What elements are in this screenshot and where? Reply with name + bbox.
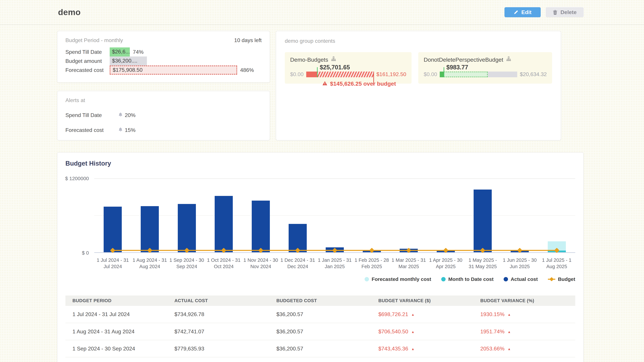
actual-cost-bar <box>141 206 159 252</box>
table-cell: 1 Jul 2024 - 31 Jul 2024 <box>66 306 167 323</box>
legend-item: Actual cost <box>504 276 538 282</box>
x-axis-label: 1 Aug 2024 - 31 Aug 2024 <box>131 257 168 270</box>
bar-max-label: $20,634.32 <box>517 71 547 77</box>
budget-marker-value: $983.77 <box>446 64 468 71</box>
table-cell: 1930.15%▲ <box>473 306 575 323</box>
budget-tile-demo-budgets[interactable]: Demo-Budgets $0.00 <box>285 52 412 84</box>
y-axis-max-label: $ 1200000 <box>65 176 89 181</box>
legend-label: Forecasted monthly cost <box>372 276 431 282</box>
spent-segment <box>440 71 444 77</box>
x-axis-label: 1 Jul 2024 - 31 Jul 2024 <box>94 257 131 270</box>
trash-icon <box>553 10 558 15</box>
table-row: 1 Jul 2024 - 31 Jul 2024$734,926.78$36,2… <box>66 306 575 323</box>
chart-bar-slot <box>316 178 353 252</box>
table-row <box>66 357 575 362</box>
y-axis: $ 1200000 $ 0 <box>66 178 89 253</box>
chart-legend: Forecasted monthly costMonth to Date cos… <box>94 276 575 282</box>
chart-bar-slot <box>168 178 205 252</box>
variance-up-icon: ▲ <box>508 330 511 334</box>
page-header: demo Edit Delete <box>0 0 644 25</box>
table-column-header: BUDGET VARIANCE (%) <box>473 296 575 306</box>
legend-line-diamond-icon <box>548 279 555 280</box>
table-cell: $36,200.57 <box>269 323 371 340</box>
table-cell: $36,200.57 <box>269 306 371 323</box>
actual-cost-bar <box>252 201 270 252</box>
over-budget-segment <box>317 71 374 77</box>
variance-up-icon: ▲ <box>411 313 414 317</box>
budget-history-title: Budget History <box>66 160 575 167</box>
legend-dot-icon <box>364 277 369 281</box>
table-cell: $36,200.57 <box>269 340 371 357</box>
forecast-percent: 486% <box>240 67 254 73</box>
legend-item: Month to Date cost <box>441 276 494 282</box>
table-cell <box>371 357 473 362</box>
main-content: Budget Period - monthly 10 days left Spe… <box>57 31 584 362</box>
x-axis-label: 1 Jul 2025 - 1 Aug 2025 <box>538 257 575 270</box>
chart-bar-slot <box>427 178 464 252</box>
pencil-icon <box>514 10 518 14</box>
table-cell: 1 Aug 2024 - 31 Aug 2024 <box>66 323 167 340</box>
forecast-segment <box>444 71 488 77</box>
budget-amount-row: Budget amount $36,200.... <box>66 56 262 65</box>
bar-max-label: $161,192.50 <box>374 71 406 77</box>
chart-bar-slot <box>205 178 242 252</box>
budget-marker-value: $25,701.65 <box>320 64 350 71</box>
delete-button[interactable]: Delete <box>546 7 584 17</box>
table-cell <box>167 357 269 362</box>
table-cell: 2053.66%▲ <box>473 340 575 357</box>
edit-button[interactable]: Edit <box>504 7 541 17</box>
table-cell: $742,741.07 <box>167 323 269 340</box>
chart-bar-slot <box>353 178 390 252</box>
budget-tile-donotdelete[interactable]: DonotDeletePerspectiveBudget $0.00 <box>418 52 552 84</box>
alerts-card: Alerts at Spend Till Date 20% Forecasted… <box>57 91 270 140</box>
spend-chip: $26,6... <box>110 47 130 56</box>
page-title: demo <box>58 7 81 17</box>
budget-amount-chip: $36,200.... <box>110 56 147 65</box>
bar-min-label: $0.00 <box>290 71 306 77</box>
budget-history-table: BUDGET PERIODACTUAL COSTBUDGETED COSTBUD… <box>66 296 575 362</box>
over-budget-text: $145,626.25 over budget <box>330 80 396 87</box>
legend-item: Budget <box>548 276 575 282</box>
actual-cost-bar <box>474 190 492 252</box>
table-column-header: BUDGET VARIANCE ($) <box>371 296 473 306</box>
chart-bar-slot <box>464 178 501 252</box>
group-contents-title: demo group contents <box>285 38 335 44</box>
spend-percent: 74% <box>133 49 144 55</box>
variance-up-icon: ▲ <box>508 347 511 351</box>
table-cell: $698,726.21▲ <box>371 306 473 323</box>
budget-marker-line <box>317 67 318 77</box>
legend-label: Month to Date cost <box>448 276 494 282</box>
budget-period-title: Budget Period - monthly <box>66 37 123 43</box>
over-budget-edge-line <box>373 71 374 85</box>
table-cell <box>473 357 575 362</box>
alert-forecast-value: 15% <box>125 127 136 133</box>
table-row: 1 Aug 2024 - 31 Aug 2024$742,741.07$36,2… <box>66 323 575 340</box>
table-cell: $706,540.50▲ <box>371 323 473 340</box>
chart-bar-slot <box>501 178 538 252</box>
x-axis-label: 1 Nov 2024 - 30 Nov 2024 <box>242 257 279 270</box>
actual-cost-bar <box>104 207 122 252</box>
alert-row-spend: Spend Till Date 20% <box>66 112 262 118</box>
x-axis-labels: 1 Jul 2024 - 31 Jul 20241 Aug 2024 - 31 … <box>94 257 575 270</box>
x-axis-label: 1 Feb 2025 - 28 Feb 2025 <box>353 257 390 270</box>
budget-tile-name: Demo-Budgets <box>290 56 328 63</box>
chart-bar-slot <box>131 178 168 252</box>
table-cell: 1 Sep 2024 - 30 Sep 2024 <box>66 340 167 357</box>
budget-marker-line <box>444 67 444 77</box>
hierarchy-icon <box>331 56 336 63</box>
chart-bar-slot <box>390 178 427 252</box>
table-cell <box>66 357 167 362</box>
table-cell: $779,635.93 <box>167 340 269 357</box>
forecasted-cost-row: Forecasted cost $175,908.50 486% <box>66 65 262 75</box>
y-axis-min-label: $ 0 <box>82 250 89 256</box>
x-axis-label: 1 Jun 2025 - 30 Jun 2025 <box>501 257 538 270</box>
demo-budgets-bar: $25,701.65 <box>306 71 374 77</box>
table-cell: 1951.74%▲ <box>473 323 575 340</box>
budget-history-card: Budget History $ 1200000 $ 0 1 Jul 2024 … <box>57 152 584 362</box>
x-axis-label: 1 May 2025 - 31 May 2025 <box>464 257 501 270</box>
spend-till-date-row: Spend Till Date $26,6... 74% <box>66 47 262 56</box>
group-contents-card: demo group contents Demo-Budgets $0. <box>276 31 561 140</box>
x-axis-label: 1 Sep 2024 - 30 Sep 2024 <box>168 257 205 270</box>
remaining-segment <box>488 71 517 77</box>
chart-bar-slot <box>242 178 279 252</box>
